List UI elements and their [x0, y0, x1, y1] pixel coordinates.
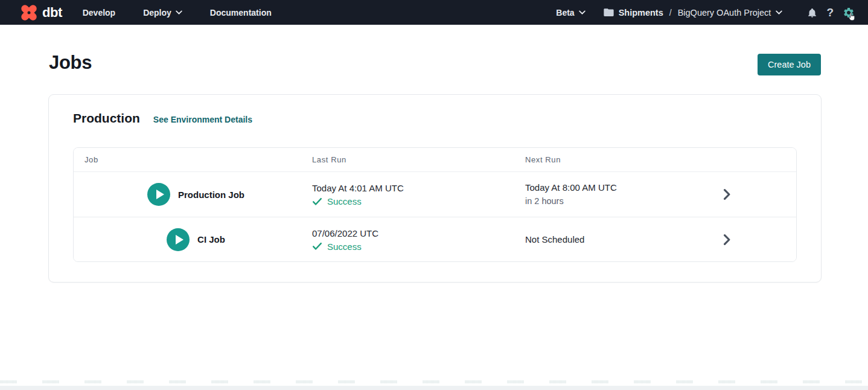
question-mark-icon: ? — [826, 6, 834, 19]
settings-button[interactable] — [843, 7, 855, 19]
job-name: CI Job — [197, 234, 225, 245]
last-run-status: Success — [312, 241, 514, 252]
next-run-note: in 2 hours — [525, 195, 657, 207]
column-header-next-run: Next Run — [514, 155, 657, 164]
folder-icon — [604, 8, 614, 17]
nav-item-documentation-label: Documentation — [210, 8, 272, 18]
status-text: Success — [327, 196, 362, 206]
last-run-cell: 07/06/2022 UTC Success — [301, 217, 514, 261]
dbt-logo-text: dbt — [42, 5, 62, 21]
next-run-time: Today At 8:00 AM UTC — [525, 182, 657, 194]
notifications-button[interactable] — [807, 7, 817, 18]
jobs-table: Job Last Run Next Run Production Job Tod… — [73, 147, 797, 262]
last-run-time: Today At 4:01 AM UTC — [312, 182, 514, 194]
run-job-button[interactable] — [147, 183, 170, 206]
dbt-logo-icon — [20, 4, 38, 22]
chevron-right-icon — [723, 189, 732, 200]
table-header: Job Last Run Next Run — [74, 148, 796, 172]
table-row-production-job[interactable]: Production Job Today At 4:01 AM UTC Succ… — [74, 172, 796, 217]
next-run-time: Not Scheduled — [525, 234, 657, 246]
run-job-button[interactable] — [167, 228, 190, 251]
chevron-down-icon — [176, 10, 182, 14]
help-button[interactable]: ? — [826, 6, 834, 19]
table-row-ci-job[interactable]: CI Job 07/06/2022 UTC Success Not Schedu… — [74, 217, 796, 261]
page-title: Jobs — [49, 52, 92, 74]
beta-dropdown[interactable]: Beta — [556, 8, 585, 18]
breadcrumb-project-group[interactable]: Shipments — [619, 8, 663, 18]
last-run-status: Success — [312, 196, 514, 206]
gear-icon — [843, 7, 855, 19]
last-run-time: 07/06/2022 UTC — [312, 228, 514, 240]
job-name: Production Job — [178, 190, 244, 200]
nav-item-develop-label: Develop — [83, 8, 115, 18]
play-icon — [176, 235, 183, 245]
next-run-cell: Not Scheduled — [514, 217, 657, 261]
column-header-job: Job — [74, 155, 301, 164]
checkmark-icon — [312, 197, 322, 206]
chevron-right-icon — [723, 234, 732, 245]
bell-icon — [807, 7, 817, 18]
environment-header: Production See Environment Details — [49, 95, 821, 126]
project-breadcrumb: Shipments / BigQuery OAuth Project — [604, 8, 783, 18]
play-icon — [156, 190, 164, 199]
nav-item-documentation[interactable]: Documentation — [210, 8, 272, 18]
bottom-skeleton-strip — [0, 386, 868, 390]
environment-card: Production See Environment Details Job L… — [48, 94, 822, 283]
row-open-cell[interactable] — [657, 217, 796, 261]
last-run-cell: Today At 4:01 AM UTC Success — [301, 172, 514, 217]
dbt-logo[interactable]: dbt — [20, 4, 62, 22]
nav-right: Beta Shipments / BigQuery OAuth Project … — [556, 6, 855, 19]
row-open-cell[interactable] — [657, 172, 796, 217]
nav-menu: Develop Deploy Documentation — [83, 8, 272, 18]
checkmark-icon — [312, 242, 322, 251]
nav-item-develop[interactable]: Develop — [83, 8, 115, 18]
job-cell: CI Job — [74, 217, 301, 261]
beta-label: Beta — [556, 8, 574, 18]
breadcrumb-project[interactable]: BigQuery OAuth Project — [678, 8, 771, 18]
column-header-last-run: Last Run — [301, 155, 514, 164]
nav-item-deploy[interactable]: Deploy — [143, 8, 182, 18]
top-nav: dbt Develop Deploy Documentation Beta Sh… — [0, 0, 868, 25]
chevron-down-icon — [776, 10, 782, 14]
nav-item-deploy-label: Deploy — [143, 8, 171, 18]
chevron-down-icon — [579, 10, 586, 14]
next-run-cell: Today At 8:00 AM UTC in 2 hours — [514, 172, 657, 217]
environment-details-link[interactable]: See Environment Details — [153, 115, 252, 124]
environment-name: Production — [73, 111, 140, 126]
breadcrumb-separator: / — [668, 8, 673, 18]
job-cell: Production Job — [74, 172, 301, 217]
status-text: Success — [327, 241, 362, 252]
create-job-button[interactable]: Create Job — [758, 54, 821, 75]
bottom-skeleton-dashes — [0, 380, 868, 383]
